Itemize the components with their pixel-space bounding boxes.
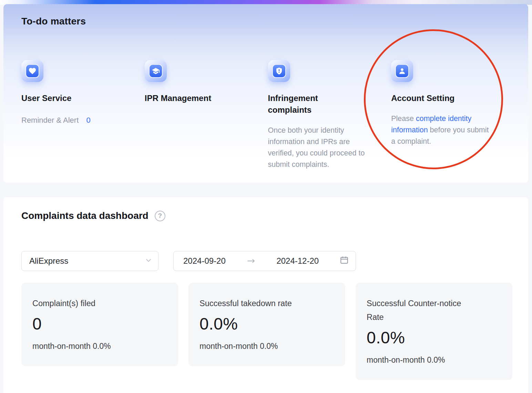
- todo-item-infringement-complaints[interactable]: Infringement complaints Once both your i…: [268, 60, 391, 170]
- platform-select-value: AliExpress: [29, 256, 68, 266]
- stats-row: Complaint(s) filed 0 month-on-month 0.0%…: [3, 283, 528, 380]
- user-service-tile: [21, 60, 43, 82]
- platform-select[interactable]: AliExpress: [21, 251, 158, 271]
- stat-month-on-month: month-on-month 0.0%: [367, 355, 501, 365]
- stat-value: 0.0%: [200, 314, 334, 333]
- stat-month-on-month: month-on-month 0.0%: [32, 342, 167, 351]
- stat-card-complaints-filed: Complaint(s) filed 0 month-on-month 0.0%: [21, 283, 178, 366]
- dashboard-header: Complaints data dashboard ?: [3, 197, 528, 221]
- stat-label: Successful Counter-notice Rate: [367, 296, 480, 324]
- infringement-complaints-label: Infringement complaints: [268, 92, 354, 116]
- ipr-management-label: IPR Management: [145, 92, 231, 104]
- chevron-down-icon: [145, 256, 152, 266]
- user-service-label: User Service: [21, 92, 108, 104]
- date-range-picker[interactable]: 2024-09-20 2024-12-20: [173, 251, 356, 271]
- stat-card-counter-notice-rate: Successful Counter-notice Rate 0.0% mont…: [356, 283, 512, 380]
- help-icon[interactable]: ?: [155, 211, 165, 221]
- account-setting-label: Account Setting: [391, 92, 477, 104]
- heart-icon: [25, 64, 39, 78]
- date-range-start: 2024-09-20: [183, 256, 226, 266]
- complaints-dashboard-card: Complaints data dashboard ? AliExpress 2…: [3, 197, 528, 393]
- stat-label: Complaint(s) filed: [32, 296, 146, 310]
- todo-matters-card: To-do matters User Service Reminder & Al…: [3, 4, 528, 183]
- dashboard-title: Complaints data dashboard: [21, 210, 149, 221]
- graduation-cap-icon: [149, 64, 163, 78]
- arrow-right-icon: [247, 256, 256, 266]
- shield-alert-icon: [272, 64, 286, 78]
- todo-matters-title: To-do matters: [3, 4, 528, 27]
- dashboard-filters: AliExpress 2024-09-20 2024-12-20: [3, 251, 528, 271]
- calendar-icon: [340, 255, 349, 266]
- infringement-complaints-description: Once both your identity information and …: [268, 125, 371, 170]
- todo-item-ipr-management[interactable]: IPR Management: [145, 60, 268, 170]
- account-setting-note: Please complete identity information bef…: [391, 113, 494, 147]
- todo-item-user-service[interactable]: User Service Reminder & Alert 0: [21, 60, 145, 170]
- stat-label: Successful takedown rate: [200, 296, 313, 310]
- stat-month-on-month: month-on-month 0.0%: [200, 342, 334, 351]
- stat-value: 0: [32, 314, 167, 333]
- reminder-alert-count[interactable]: 0: [86, 116, 90, 124]
- stat-card-takedown-rate: Successful takedown rate 0.0% month-on-m…: [188, 283, 345, 366]
- infringement-complaints-tile: [268, 60, 290, 82]
- account-setting-tile: [391, 60, 413, 82]
- ipr-management-tile: [145, 60, 167, 82]
- todo-item-account-setting[interactable]: Account Setting Please complete identity…: [391, 60, 514, 170]
- todo-items-grid: User Service Reminder & Alert 0 IPR Mana…: [3, 60, 528, 170]
- user-icon: [395, 64, 409, 78]
- stat-value: 0.0%: [367, 328, 501, 347]
- date-range-end: 2024-12-20: [276, 256, 319, 266]
- reminder-alert-row: Reminder & Alert 0: [21, 116, 145, 125]
- reminder-alert-label: Reminder & Alert: [21, 116, 79, 124]
- account-setting-note-prefix: Please: [391, 114, 416, 123]
